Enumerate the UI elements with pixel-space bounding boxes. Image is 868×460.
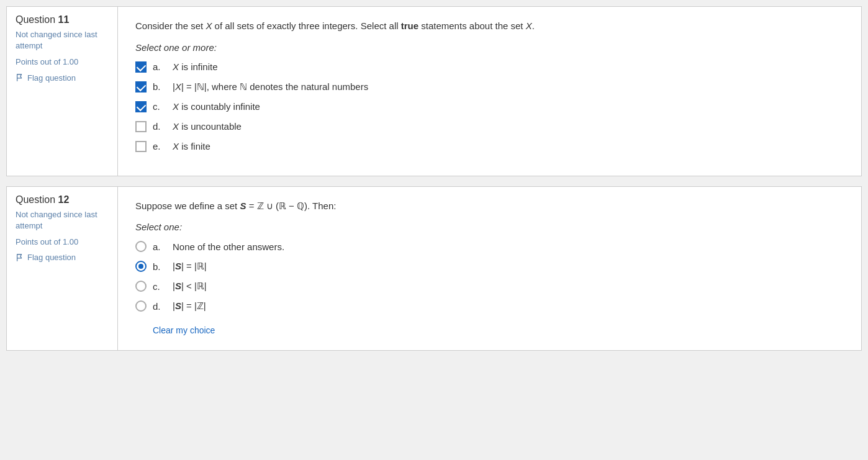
question-12-points: Points out of 1.00 (16, 237, 109, 248)
option-text-11-a: X is infinite (173, 61, 218, 72)
question-11-row: Question 11 Not changed since last attem… (6, 6, 862, 176)
flag-question-label: Flag question (27, 73, 76, 83)
radio-12-b[interactable] (135, 261, 147, 272)
question-12-sidebar: Question 12 Not changed since last attem… (6, 186, 118, 351)
radio-12-a[interactable] (135, 241, 147, 252)
question-11-instruction: Select one or more: (135, 42, 844, 53)
question-11-option-b: b. |X| = |ℕ|, where ℕ denotes the natura… (135, 81, 844, 92)
checkbox-11-e[interactable] (135, 141, 147, 152)
question-11-option-e: e. X is finite (135, 141, 844, 152)
option-text-12-a: None of the other answers. (173, 241, 284, 252)
question-11-number: Question 11 (16, 14, 109, 25)
radio-12-d[interactable] (135, 300, 147, 312)
clear-my-choice-button[interactable]: Clear my choice (153, 325, 215, 335)
checkbox-11-d[interactable] (135, 121, 147, 132)
option-text-12-c: |S| < |ℝ| (173, 281, 207, 292)
flag-icon-12 (16, 253, 24, 262)
option-text-12-d: |S| = |ℤ| (173, 300, 206, 312)
option-text-11-b: |X| = |ℕ|, where ℕ denotes the natural n… (173, 81, 368, 92)
radio-12-c[interactable] (135, 281, 147, 292)
question-12-option-c: c. |S| < |ℝ| (135, 281, 844, 292)
flag-icon (16, 73, 24, 82)
question-12-content: Suppose we define a set S = ℤ ∪ (ℝ − ℚ).… (118, 186, 862, 351)
checkbox-11-a[interactable] (135, 61, 147, 73)
question-11-sidebar: Question 11 Not changed since last attem… (6, 6, 118, 176)
question-12-row: Question 12 Not changed since last attem… (6, 186, 862, 351)
question-11-prompt: Consider the set X of all sets of exactl… (135, 19, 844, 34)
question-12-flag[interactable]: Flag question (16, 253, 109, 262)
question-12-option-d: d. |S| = |ℤ| (135, 300, 844, 312)
question-12-status: Not changed since last attempt (16, 209, 109, 232)
option-letter-11-e: e. (153, 141, 166, 151)
page-container: Question 11 Not changed since last attem… (6, 6, 862, 351)
option-letter-12-d: d. (153, 301, 166, 312)
question-11-option-c: c. X is countably infinite (135, 101, 844, 112)
question-12-option-b: b. |S| = |ℝ| (135, 261, 844, 272)
option-letter-12-a: a. (153, 241, 166, 252)
option-letter-11-b: b. (153, 81, 166, 92)
question-12-option-a: a. None of the other answers. (135, 241, 844, 252)
option-letter-12-c: c. (153, 281, 166, 292)
option-letter-11-d: d. (153, 121, 166, 132)
question-12-instruction: Select one: (135, 222, 844, 232)
question-12-prompt: Suppose we define a set S = ℤ ∪ (ℝ − ℚ).… (135, 199, 844, 214)
question-11-flag[interactable]: Flag question (16, 73, 109, 83)
option-text-12-b: |S| = |ℝ| (173, 261, 207, 272)
flag-question-12-label: Flag question (27, 253, 76, 262)
option-text-11-c: X is countably infinite (173, 101, 260, 112)
option-letter-11-a: a. (153, 61, 166, 72)
option-letter-11-c: c. (153, 101, 166, 112)
checkbox-11-c[interactable] (135, 101, 147, 112)
question-11-content: Consider the set X of all sets of exactl… (118, 6, 862, 176)
question-12-number: Question 12 (16, 194, 109, 205)
option-text-11-d: X is uncountable (173, 121, 242, 132)
option-letter-12-b: b. (153, 261, 166, 272)
question-11-option-a: a. X is infinite (135, 61, 844, 73)
question-11-status: Not changed since last attempt (16, 29, 109, 52)
checkbox-11-b[interactable] (135, 81, 147, 92)
question-11-points: Points out of 1.00 (16, 56, 109, 68)
option-text-11-e: X is finite (173, 141, 210, 151)
question-11-option-d: d. X is uncountable (135, 121, 844, 132)
